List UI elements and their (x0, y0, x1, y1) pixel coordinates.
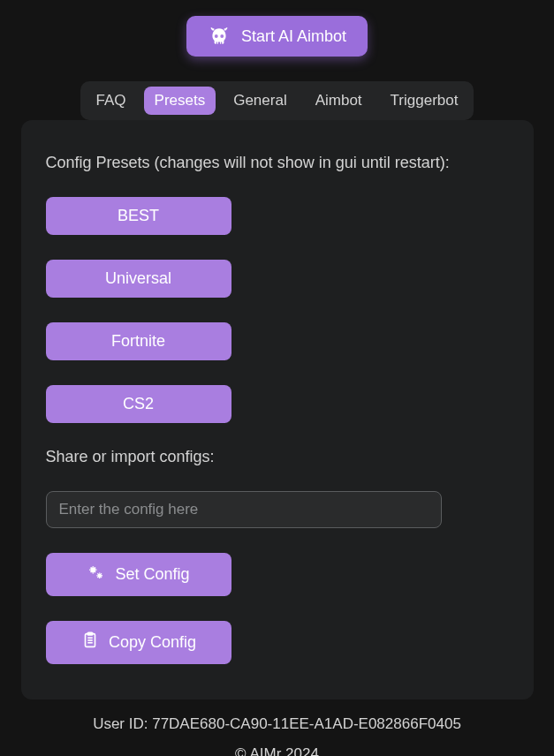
tab-faq[interactable]: FAQ (86, 87, 137, 115)
svg-point-3 (98, 573, 102, 578)
start-button-label: Start AI Aimbot (241, 27, 346, 46)
copyright-text: © AIMr 2024 (235, 745, 319, 756)
tab-presets[interactable]: Presets (144, 87, 216, 115)
tab-triggerbot[interactable]: Triggerbot (380, 87, 469, 115)
tab-bar: FAQ Presets General Aimbot Triggerbot (80, 81, 474, 120)
config-input[interactable] (46, 491, 442, 528)
presets-heading: Config Presets (changes will not show in… (46, 154, 509, 172)
svg-rect-5 (87, 632, 93, 635)
preset-best-button[interactable]: BEST (46, 197, 231, 235)
set-config-button[interactable]: Set Config (46, 553, 231, 596)
svg-point-0 (215, 34, 218, 38)
presets-panel: Config Presets (changes will not show in… (21, 120, 534, 699)
preset-universal-button[interactable]: Universal (46, 260, 231, 298)
clipboard-icon (80, 631, 100, 654)
user-id-text: User ID: 77DAE680-CA90-11EE-A1AD-E082866… (93, 715, 461, 733)
copy-config-label: Copy Config (109, 633, 196, 652)
svg-point-1 (220, 34, 224, 38)
preset-list: BEST Universal Fortnite CS2 (46, 197, 509, 423)
tab-aimbot[interactable]: Aimbot (305, 87, 373, 115)
gears-icon (87, 563, 106, 586)
skull-icon (208, 25, 231, 48)
preset-fortnite-button[interactable]: Fortnite (46, 322, 231, 360)
preset-cs2-button[interactable]: CS2 (46, 385, 231, 423)
set-config-label: Set Config (115, 565, 189, 584)
footer: User ID: 77DAE680-CA90-11EE-A1AD-E082866… (93, 715, 461, 756)
copy-config-button[interactable]: Copy Config (46, 621, 231, 664)
start-ai-aimbot-button[interactable]: Start AI Aimbot (186, 16, 368, 57)
tab-general[interactable]: General (223, 87, 297, 115)
share-heading: Share or import configs: (46, 448, 509, 466)
